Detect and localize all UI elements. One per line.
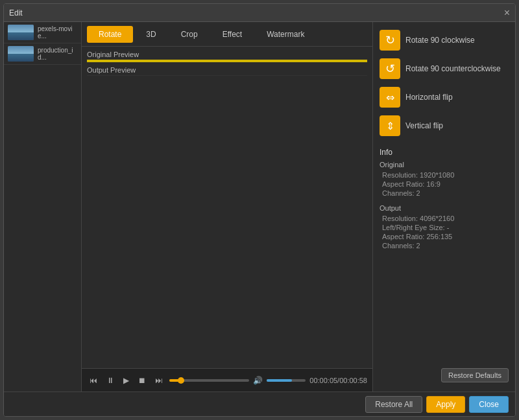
sidebar-thumb-pexels xyxy=(8,25,34,40)
close-button[interactable]: Close xyxy=(469,396,509,413)
player-skip-back-button[interactable]: ⏮ xyxy=(87,375,100,386)
sidebar-item-pexels[interactable]: pexels-movie... xyxy=(4,22,81,43)
corner-marker-br xyxy=(361,60,366,61)
player-progress-thumb xyxy=(178,377,184,384)
output-resolution: Resolution: 4096*2160 xyxy=(380,214,509,223)
rotate-ccw-icon: ↺ xyxy=(380,58,400,79)
output-half-bottom xyxy=(87,75,367,76)
v-flip-option[interactable]: ⇕ Vertical flip xyxy=(380,114,509,137)
volume-fill xyxy=(267,379,292,382)
time-display: 00:00:05/00:00:58 xyxy=(309,377,367,384)
h-flip-label: Horizontal flip xyxy=(405,93,453,102)
output-preview-container xyxy=(87,75,367,76)
tab-rotate[interactable]: Rotate xyxy=(87,26,133,43)
h-flip-option[interactable]: ⇔ Horizontal flip xyxy=(380,86,509,109)
window-title: Edit xyxy=(9,8,23,18)
main-content: pexels-movie... production_id... Rotate … xyxy=(4,22,515,391)
mid-marker-left xyxy=(88,60,93,62)
original-aspect-ratio: Aspect Ratio: 16:9 xyxy=(380,180,509,189)
rotate-cw-icon: ↻ xyxy=(380,30,400,51)
player-play-button[interactable]: ▶ xyxy=(121,375,132,386)
player-progress-bar[interactable] xyxy=(169,379,249,382)
tab-bar: Rotate 3D Crop Effect Watermark xyxy=(82,22,372,47)
mid-marker-right xyxy=(361,60,366,62)
output-preview-split xyxy=(87,75,367,76)
corner-marker-tl xyxy=(88,61,93,62)
sidebar-item-production[interactable]: production_id... xyxy=(4,43,81,65)
volume-bar[interactable] xyxy=(267,379,306,382)
rotate-options: ↻ Rotate 90 clockwise ↺ Rotate 90 counte… xyxy=(380,29,509,137)
info-title: Info xyxy=(380,148,509,157)
bottom-bar: Restore All Apply Close xyxy=(4,391,515,416)
original-preview-container: + xyxy=(87,60,367,62)
original-resolution: Resolution: 1920*1080 xyxy=(380,170,509,180)
output-channels: Channels: 2 xyxy=(380,241,509,250)
restore-all-button[interactable]: Restore All xyxy=(365,396,422,413)
sidebar-label-production: production_id... xyxy=(38,47,77,61)
output-preview-section: Output Preview xyxy=(87,66,367,76)
player-bar: ⏮ ⏸ ▶ ⏹ ⏭ 🔊 00:00:05/00:00:58 xyxy=(82,368,372,391)
output-info-group: Output Resolution: 4096*2160 Left/Right … xyxy=(380,204,509,250)
center-panel: Rotate 3D Crop Effect Watermark Original… xyxy=(82,22,372,391)
output-info-title: Output xyxy=(380,204,509,212)
player-stop-button[interactable]: ⏹ xyxy=(136,375,149,386)
original-info-group: Original Resolution: 1920*1080 Aspect Ra… xyxy=(380,161,509,198)
v-flip-label: Vertical flip xyxy=(405,121,443,130)
tab-watermark[interactable]: Watermark xyxy=(255,26,316,43)
original-info-title: Original xyxy=(380,161,509,169)
corner-marker-tr xyxy=(361,61,366,62)
original-channels: Channels: 2 xyxy=(380,189,509,198)
output-aspect-ratio: Aspect Ratio: 256:135 xyxy=(380,232,509,241)
rotate-cw-option[interactable]: ↻ Rotate 90 clockwise xyxy=(380,29,509,52)
rotate-ccw-option[interactable]: ↺ Rotate 90 counterclockwise xyxy=(380,57,509,80)
original-preview-label: Original Preview xyxy=(87,51,367,58)
apply-button[interactable]: Apply xyxy=(426,396,465,413)
rotate-ccw-label: Rotate 90 counterclockwise xyxy=(405,64,501,73)
close-window-button[interactable]: × xyxy=(504,8,510,18)
original-preview-section: Original Preview xyxy=(87,51,367,62)
edit-window: Edit × pexels-movie... production_id... xyxy=(3,3,516,417)
mid-marker-top xyxy=(224,61,230,62)
tab-3d[interactable]: 3D xyxy=(134,26,167,43)
sidebar-label-pexels: pexels-movie... xyxy=(38,25,77,40)
sidebar-thumb-production xyxy=(8,46,34,62)
volume-icon: 🔊 xyxy=(253,376,263,385)
crosshair: + xyxy=(223,60,231,62)
output-eye-size: Left/Right Eye Size: - xyxy=(380,223,509,232)
title-bar: Edit × xyxy=(4,4,515,22)
player-pause-button[interactable]: ⏸ xyxy=(104,375,117,386)
rotate-cw-label: Rotate 90 clockwise xyxy=(405,36,475,45)
mid-marker-bottom xyxy=(224,60,230,61)
corner-marker-bl xyxy=(88,60,93,61)
right-panel: ↻ Rotate 90 clockwise ↺ Rotate 90 counte… xyxy=(372,22,515,391)
tab-crop[interactable]: Crop xyxy=(169,26,210,43)
preview-area: Original Preview xyxy=(82,47,372,368)
h-flip-icon: ⇔ xyxy=(380,87,400,108)
info-section: Info Original Resolution: 1920*1080 Aspe… xyxy=(380,148,509,368)
sidebar: pexels-movie... production_id... xyxy=(4,22,82,391)
v-flip-icon: ⇕ xyxy=(380,115,400,136)
player-skip-forward-button[interactable]: ⏭ xyxy=(152,375,165,386)
restore-defaults-button[interactable]: Restore Defaults xyxy=(441,368,509,382)
tab-effect[interactable]: Effect xyxy=(211,26,254,43)
output-preview-label: Output Preview xyxy=(87,66,367,74)
